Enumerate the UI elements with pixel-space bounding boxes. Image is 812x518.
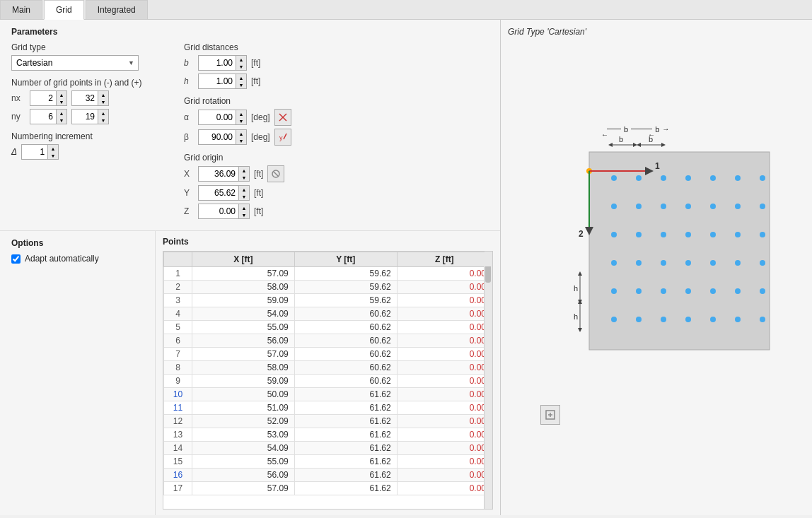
dist-h-up[interactable]: ▲ (236, 74, 246, 81)
cell-x: 51.09 (192, 401, 295, 415)
origin-title: Grid origin (184, 153, 489, 163)
export-icon (545, 409, 556, 420)
nx-label: nx (11, 93, 25, 103)
origin-y-btns: ▲ ▼ (238, 186, 249, 200)
tab-grid[interactable]: Grid (44, 0, 84, 20)
origin-x-icon (271, 169, 281, 179)
dist-h-input[interactable] (199, 75, 236, 88)
svg-point-20 (735, 175, 741, 181)
table-row: 454.0960.620.00 (164, 307, 492, 321)
origin-y-row: Y ▲ ▼ [ft] (184, 185, 489, 201)
cell-y: 59.62 (294, 281, 397, 294)
grid-type-select[interactable]: Cartesian Polar Cylindrical (11, 55, 139, 71)
origin-x-input[interactable] (199, 167, 238, 180)
nx-row: nx ▲ ▼ ▲ (11, 90, 167, 106)
cell-num: 3 (164, 294, 192, 307)
delta-btns: ▲ ▼ (47, 145, 58, 159)
tab-main[interactable]: Main (0, 0, 42, 19)
cell-x: 56.09 (192, 334, 295, 348)
nx-minus-input[interactable] (30, 92, 56, 105)
rot-alpha-down[interactable]: ▼ (236, 117, 246, 124)
dist-b-spinner: ▲ ▼ (198, 55, 247, 71)
cell-y: 60.62 (294, 375, 397, 388)
cell-x: 54.09 (192, 442, 295, 455)
nx-plus-btns: ▲ ▼ (98, 91, 108, 105)
delta-up[interactable]: ▲ (48, 145, 58, 152)
origin-z-input[interactable] (199, 205, 238, 218)
ny-plus-btns: ▲ ▼ (98, 110, 108, 124)
cell-num: 4 (164, 307, 192, 321)
svg-point-43 (611, 288, 617, 294)
table-wrap[interactable]: X [ft] Y [ft] Z [ft] 157.0959.620.00258.… (163, 251, 493, 510)
scrollbar[interactable] (484, 252, 492, 509)
rot-alpha-up[interactable]: ▲ (236, 110, 246, 117)
svg-point-55 (735, 317, 741, 322)
rot-alpha-input[interactable] (199, 111, 236, 124)
rot-beta-input[interactable] (199, 131, 236, 143)
svg-point-49 (760, 288, 765, 294)
ny-plus-up[interactable]: ▲ (98, 110, 108, 117)
dist-b-up[interactable]: ▲ (236, 56, 246, 63)
col-x: X [ft] (192, 252, 295, 267)
cell-y: 61.62 (294, 415, 397, 428)
origin-y-down[interactable]: ▼ (239, 193, 249, 200)
origin-z-up[interactable]: ▲ (239, 204, 249, 211)
origin-x-icon-btn[interactable] (267, 165, 284, 182)
ny-minus-input[interactable] (30, 110, 56, 123)
rot-beta-down[interactable]: ▼ (236, 137, 246, 144)
diagram-export-btn[interactable] (540, 405, 560, 425)
ny-minus-down[interactable]: ▼ (57, 117, 66, 124)
delta-input[interactable] (22, 146, 47, 158)
right-panel: Grid Type 'Cartesian' ← b → b → (501, 20, 812, 515)
cell-num: 8 (164, 361, 192, 375)
delta-down[interactable]: ▼ (48, 152, 58, 159)
cell-z: 0.00 (397, 415, 492, 428)
origin-x-down[interactable]: ▼ (239, 174, 249, 181)
ny-minus-up[interactable]: ▲ (57, 110, 66, 117)
origin-group: Grid origin X ▲ ▼ [ft] (184, 153, 489, 219)
nx-plus-input[interactable] (72, 92, 98, 105)
svg-text:2: 2 (579, 229, 584, 239)
tab-integrated[interactable]: Integrated (86, 0, 148, 19)
origin-y-up[interactable]: ▲ (239, 186, 249, 193)
svg-point-15 (611, 175, 617, 181)
svg-point-50 (611, 317, 617, 322)
dist-b-down[interactable]: ▼ (236, 63, 246, 70)
numbering-group: Numbering increment Δ ▲ ▼ (11, 131, 167, 160)
ny-plus-input[interactable] (72, 110, 98, 123)
dist-b-input[interactable] (199, 57, 236, 69)
cell-x: 53.09 (192, 428, 295, 442)
rot-beta-icon-btn[interactable]: y (274, 129, 291, 146)
nx-minus-up[interactable]: ▲ (57, 91, 66, 98)
params-left: Grid type Cartesian Polar Cylindrical Nu… (11, 42, 167, 223)
dist-h-btns: ▲ ▼ (236, 74, 246, 88)
ny-plus-down[interactable]: ▼ (98, 117, 108, 124)
svg-point-18 (685, 175, 691, 181)
origin-x-btns: ▲ ▼ (238, 167, 249, 181)
adapt-auto-checkbox[interactable] (11, 254, 21, 264)
svg-point-40 (710, 260, 716, 266)
cell-num: 6 (164, 334, 192, 348)
origin-z-row: Z ▲ ▼ [ft] (184, 204, 489, 219)
cell-z: 0.00 (397, 348, 492, 361)
grid-type-group: Grid type Cartesian Polar Cylindrical (11, 42, 167, 71)
origin-z-label: Z (184, 206, 194, 216)
origin-x-up[interactable]: ▲ (239, 167, 249, 174)
origin-z-down[interactable]: ▼ (239, 211, 249, 218)
rot-alpha-icon-btn[interactable] (274, 109, 291, 126)
dist-b-label: b (184, 58, 194, 68)
dist-h-down[interactable]: ▼ (236, 81, 246, 88)
delta-label: Δ (11, 147, 17, 157)
nx-plus-down[interactable]: ▼ (98, 98, 108, 105)
nx-plus-up[interactable]: ▲ (98, 91, 108, 98)
svg-point-47 (710, 288, 716, 294)
cell-y: 60.62 (294, 348, 397, 361)
svg-point-54 (710, 317, 716, 322)
table-row: 757.0960.620.00 (164, 348, 492, 361)
rot-beta-up[interactable]: ▲ (236, 130, 246, 137)
nx-minus-down[interactable]: ▼ (57, 98, 66, 105)
cell-x: 57.09 (192, 482, 295, 495)
adapt-auto-label: Adapt automatically (25, 254, 99, 264)
origin-y-unit: [ft] (254, 188, 263, 198)
origin-y-input[interactable] (199, 187, 238, 199)
